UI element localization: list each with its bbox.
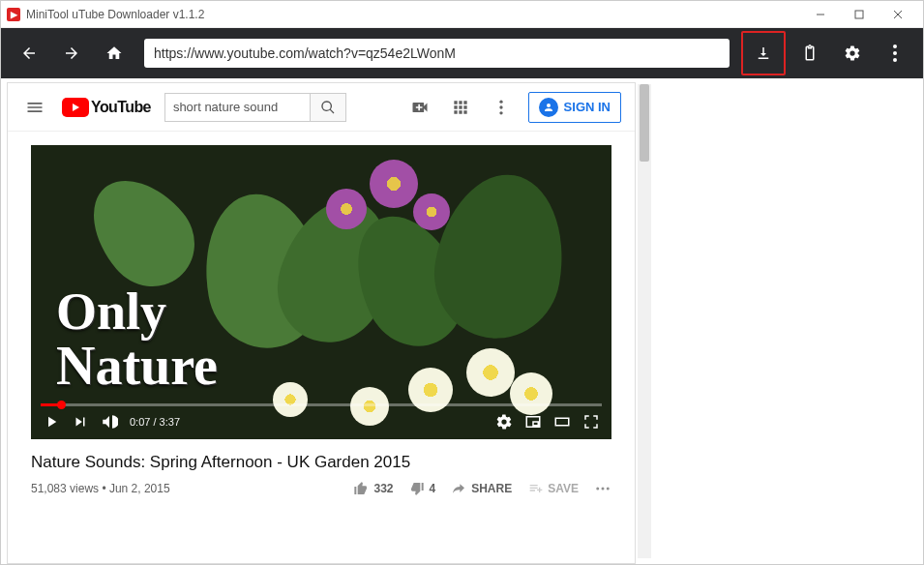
forward-button[interactable] bbox=[53, 35, 90, 72]
search-input[interactable] bbox=[164, 93, 310, 122]
scrollbar-thumb[interactable] bbox=[640, 84, 649, 162]
dislike-button[interactable]: 4 bbox=[409, 481, 436, 496]
search-button[interactable] bbox=[310, 93, 346, 122]
svg-point-4 bbox=[499, 100, 502, 103]
create-video-icon[interactable] bbox=[406, 94, 433, 121]
right-empty-pane bbox=[651, 78, 923, 564]
browser-pane: YouTube bbox=[1, 78, 651, 564]
back-button[interactable] bbox=[11, 35, 47, 72]
svg-point-10 bbox=[607, 488, 610, 491]
window-title: MiniTool uTube Downloader v1.1.2 bbox=[26, 8, 801, 21]
video-player[interactable]: Only Nature bbox=[31, 145, 611, 439]
more-button[interactable] bbox=[877, 35, 913, 72]
video-overlay-title: Only Nature bbox=[56, 285, 218, 395]
header-more-icon[interactable] bbox=[488, 94, 515, 121]
browser-viewport: YouTube bbox=[7, 82, 636, 564]
volume-icon[interactable] bbox=[101, 413, 118, 431]
share-label: SHARE bbox=[471, 482, 512, 495]
youtube-header: YouTube bbox=[8, 83, 635, 132]
menu-icon[interactable] bbox=[21, 94, 48, 121]
video-stats: 51,083 views • Jun 2, 2015 bbox=[31, 482, 353, 495]
like-button[interactable]: 332 bbox=[353, 481, 393, 496]
youtube-logo[interactable]: YouTube bbox=[62, 98, 151, 117]
share-button[interactable]: SHARE bbox=[451, 481, 512, 496]
avatar-icon bbox=[539, 98, 558, 117]
svg-rect-7 bbox=[555, 418, 569, 426]
svg-point-6 bbox=[499, 111, 502, 114]
svg-rect-0 bbox=[855, 11, 863, 18]
sign-in-label: SIGN IN bbox=[564, 100, 611, 114]
scrollbar[interactable] bbox=[638, 84, 651, 558]
video-meta: 51,083 views • Jun 2, 2015 332 4 SHARE bbox=[8, 472, 635, 497]
fullscreen-icon[interactable] bbox=[582, 413, 600, 431]
player-controls: 0:07 / 3:37 bbox=[31, 404, 611, 439]
clipboard-button[interactable] bbox=[791, 35, 828, 72]
toolbar bbox=[1, 28, 923, 78]
timecode: 0:07 / 3:37 bbox=[130, 416, 180, 428]
youtube-logo-text: YouTube bbox=[91, 99, 151, 116]
app-icon: ▶ bbox=[7, 8, 20, 21]
apps-icon[interactable] bbox=[447, 94, 474, 121]
overlay-line2: Nature bbox=[56, 338, 218, 395]
overlay-line1: Only bbox=[56, 285, 218, 338]
url-input[interactable] bbox=[144, 39, 730, 68]
theater-icon[interactable] bbox=[553, 413, 571, 431]
save-button[interactable]: SAVE bbox=[527, 481, 579, 496]
play-icon[interactable] bbox=[43, 413, 60, 431]
like-count: 332 bbox=[373, 482, 393, 495]
svg-point-5 bbox=[499, 105, 502, 108]
titlebar: ▶ MiniTool uTube Downloader v1.1.2 bbox=[1, 1, 923, 28]
video-title: Nature Sounds: Spring Afternoon - UK Gar… bbox=[8, 439, 635, 472]
settings-button[interactable] bbox=[834, 35, 871, 72]
meta-more-button[interactable] bbox=[594, 480, 611, 497]
dislike-count: 4 bbox=[430, 482, 436, 495]
svg-point-8 bbox=[596, 488, 599, 491]
svg-point-1 bbox=[893, 45, 897, 48]
miniplayer-icon[interactable] bbox=[524, 413, 542, 431]
close-button[interactable] bbox=[879, 3, 917, 26]
svg-point-3 bbox=[893, 58, 897, 62]
next-icon[interactable] bbox=[72, 413, 89, 431]
maximize-button[interactable] bbox=[840, 3, 879, 26]
svg-point-9 bbox=[602, 488, 605, 491]
search bbox=[164, 93, 346, 122]
minimize-button[interactable] bbox=[801, 3, 840, 26]
home-button[interactable] bbox=[96, 35, 133, 72]
window-buttons bbox=[801, 3, 917, 26]
content: YouTube bbox=[1, 78, 923, 564]
sign-in-button[interactable]: SIGN IN bbox=[528, 92, 621, 123]
save-label: SAVE bbox=[548, 482, 579, 495]
download-button[interactable] bbox=[745, 35, 782, 72]
settings-icon[interactable] bbox=[495, 413, 513, 431]
svg-point-2 bbox=[893, 51, 897, 55]
youtube-logo-icon bbox=[62, 98, 89, 117]
download-button-highlight bbox=[741, 31, 786, 75]
video-area: Only Nature bbox=[8, 132, 635, 439]
